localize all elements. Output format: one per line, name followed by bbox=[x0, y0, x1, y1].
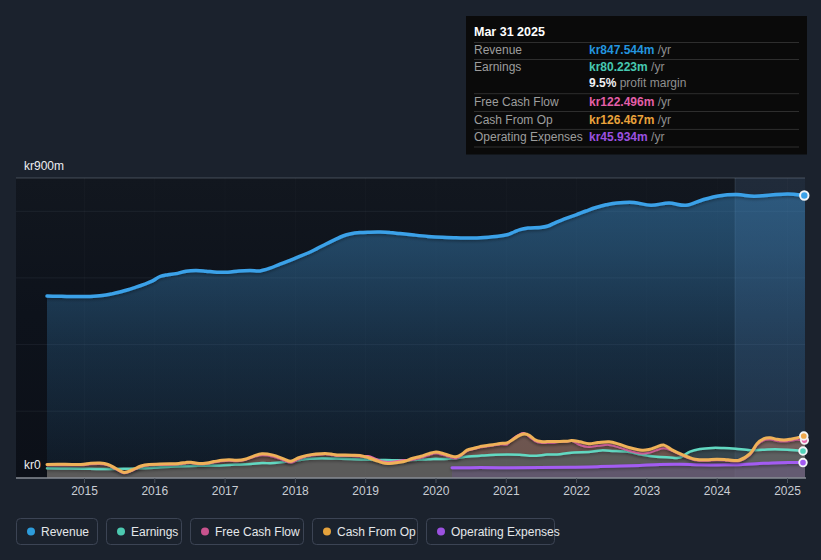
svg-text:Free Cash Flow: Free Cash Flow bbox=[215, 525, 300, 539]
svg-text:Cash From Op: Cash From Op bbox=[474, 113, 553, 127]
svg-text:kr847.544m /yr: kr847.544m /yr bbox=[589, 43, 671, 57]
svg-text:Free Cash Flow: Free Cash Flow bbox=[474, 95, 559, 109]
svg-text:2021: 2021 bbox=[493, 484, 520, 498]
svg-text:2024: 2024 bbox=[704, 484, 731, 498]
svg-text:Cash From Op: Cash From Op bbox=[337, 525, 416, 539]
svg-text:2025: 2025 bbox=[774, 484, 801, 498]
svg-text:kr900m: kr900m bbox=[24, 159, 64, 173]
svg-text:Mar 31 2025: Mar 31 2025 bbox=[474, 25, 545, 39]
svg-text:9.5% profit margin: 9.5% profit margin bbox=[589, 76, 686, 90]
svg-text:2015: 2015 bbox=[71, 484, 98, 498]
svg-text:2016: 2016 bbox=[141, 484, 168, 498]
svg-text:kr80.223m /yr: kr80.223m /yr bbox=[589, 60, 664, 74]
svg-text:Revenue: Revenue bbox=[41, 525, 89, 539]
svg-text:Revenue: Revenue bbox=[474, 43, 522, 57]
svg-text:Operating Expenses: Operating Expenses bbox=[451, 525, 560, 539]
svg-text:kr122.496m /yr: kr122.496m /yr bbox=[589, 95, 671, 109]
svg-text:2018: 2018 bbox=[282, 484, 309, 498]
svg-text:kr0: kr0 bbox=[24, 458, 41, 472]
svg-text:Operating Expenses: Operating Expenses bbox=[474, 130, 583, 144]
svg-text:2023: 2023 bbox=[634, 484, 661, 498]
svg-text:2019: 2019 bbox=[352, 484, 379, 498]
svg-text:2020: 2020 bbox=[423, 484, 450, 498]
svg-text:Earnings: Earnings bbox=[474, 60, 521, 74]
svg-text:Earnings: Earnings bbox=[131, 525, 178, 539]
svg-text:2022: 2022 bbox=[563, 484, 590, 498]
svg-text:kr126.467m /yr: kr126.467m /yr bbox=[589, 113, 671, 127]
svg-text:kr45.934m /yr: kr45.934m /yr bbox=[589, 130, 664, 144]
svg-text:2017: 2017 bbox=[212, 484, 239, 498]
